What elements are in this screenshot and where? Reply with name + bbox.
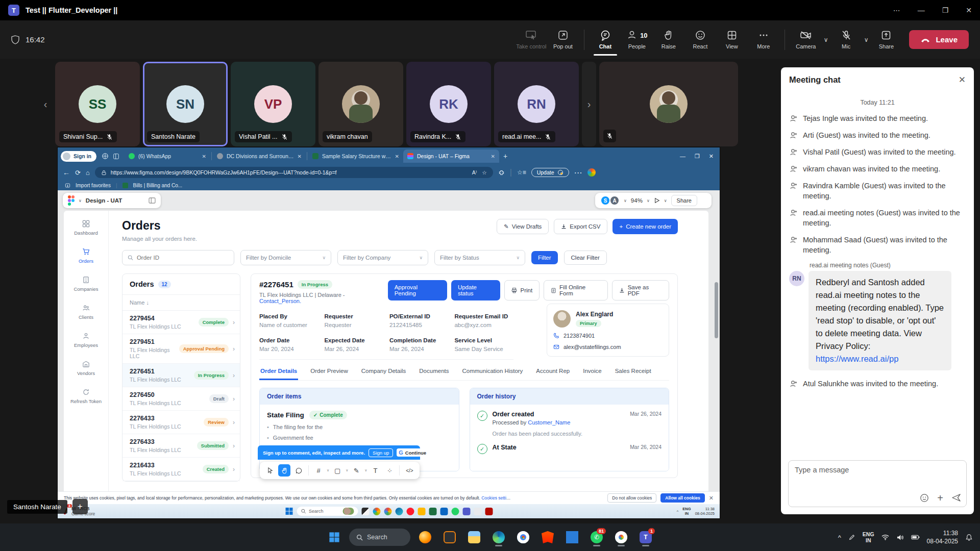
folder-icon[interactable] (418, 508, 425, 515)
wifi-icon[interactable] (881, 534, 889, 540)
volume-icon[interactable] (896, 534, 904, 541)
sidebar-item-clients[interactable]: Clients (79, 304, 93, 320)
whatsapp-icon[interactable]: ✆ 81 (587, 528, 606, 547)
clear-filter-button[interactable]: Clear Filter (564, 251, 607, 265)
new-tab-icon[interactable]: + (503, 152, 507, 160)
figma-doc-title[interactable]: Design - UAT (86, 197, 122, 204)
home-icon[interactable]: ⌂ (86, 169, 90, 177)
dev-mode-icon[interactable]: </> (403, 464, 415, 477)
tab-sales-receipt[interactable]: Sales Receipt (614, 368, 652, 380)
teams-icon[interactable]: T 1 (636, 528, 655, 547)
figma-logo-icon[interactable] (68, 195, 75, 206)
favorite-star-icon[interactable]: ☆ (482, 169, 486, 176)
bookmark-bills[interactable]: Bills | Billing and Co... (133, 183, 183, 188)
frame-tool-icon[interactable]: # (312, 464, 325, 477)
camera-button[interactable]: Camera (790, 30, 822, 49)
video-tile[interactable] (599, 62, 738, 146)
whatsapp-icon[interactable] (451, 508, 459, 515)
read-aloud-icon[interactable]: A⁾ (472, 169, 477, 176)
vscode-icon[interactable] (562, 528, 582, 547)
chat-message[interactable]: RN Redberyl and Santosh added read.ai me… (789, 271, 966, 370)
chrome-icon[interactable] (513, 528, 533, 547)
file-explorer-icon[interactable] (464, 528, 484, 547)
sidebar-item-orders[interactable]: Orders (79, 248, 93, 264)
pen-tray-icon[interactable] (848, 534, 855, 541)
camera-options-chevron-icon[interactable]: ∨ (824, 36, 828, 43)
chevron-down-icon[interactable]: ∨ (364, 468, 367, 472)
update-button[interactable]: Update (531, 168, 569, 177)
outlook-icon[interactable] (440, 508, 448, 515)
notification-bell-icon[interactable] (965, 534, 973, 541)
url-bar[interactable]: https://www.figma.com/design/9BKQ0FOHRWa… (95, 167, 493, 178)
window-close-icon[interactable]: ✕ (966, 6, 972, 14)
chat-button[interactable]: Chat (590, 30, 621, 49)
gmail-chrome-icon[interactable] (611, 528, 631, 547)
attach-plus-icon[interactable]: + (937, 493, 943, 503)
shared-search-box[interactable]: Search (297, 507, 358, 516)
vlc-icon[interactable] (440, 528, 459, 547)
teams-icon[interactable] (462, 508, 470, 515)
tray-chevron-icon[interactable]: ^ (677, 509, 679, 514)
text-tool-icon[interactable]: T (369, 464, 381, 477)
cookies-settings-link[interactable]: Cookies settings (481, 495, 513, 500)
cookie-close-icon[interactable]: ✕ (709, 495, 714, 502)
signup-button[interactable]: Sign up (369, 448, 393, 457)
language-indicator[interactable]: ENGIN (863, 531, 874, 543)
video-tile[interactable]: SS Shivani Sup... (55, 62, 140, 146)
video-tile[interactable]: vikram chavan (318, 62, 403, 146)
pen-tool-icon[interactable]: ✎ (350, 464, 362, 477)
task-view-icon[interactable] (361, 508, 369, 515)
create-new-order-button[interactable]: +Create new order (612, 219, 678, 234)
figma-share-button[interactable]: Share (671, 195, 697, 206)
excel-icon[interactable] (429, 508, 436, 515)
filter-company-select[interactable]: Filter by Company∨ (337, 250, 428, 265)
browser-maximize-icon[interactable]: ❐ (695, 153, 700, 160)
refresh-icon[interactable]: ⟳ (75, 169, 81, 177)
tab-company-details[interactable]: Company Details (360, 368, 407, 380)
shape-tool-icon[interactable]: ▢ (331, 464, 344, 477)
start-icon[interactable] (285, 507, 293, 515)
extensions-icon[interactable] (498, 169, 505, 176)
browser-tab[interactable]: DC Divisions and Surroundings ✕ (213, 149, 306, 163)
collaborator-avatar[interactable]: S (600, 195, 610, 206)
print-button[interactable]: Print (504, 280, 540, 300)
orders-column-header[interactable]: Name ↓ (122, 295, 240, 311)
copilot-icon[interactable] (373, 508, 380, 515)
fill-online-form-button[interactable]: Fill Online Form (544, 280, 608, 300)
sidebar-item-vendors[interactable]: Vendors (77, 360, 95, 376)
order-list-item[interactable]: 2216433TL Flex Holdings LLC Created› (122, 458, 240, 481)
firefox-icon[interactable] (415, 528, 435, 547)
chat-input-box[interactable]: + (788, 460, 967, 507)
hand-tool-icon[interactable] (278, 464, 290, 477)
tab-invoice[interactable]: Invoice (582, 368, 602, 380)
browser-tab[interactable]: Sample Salary Structure with calc ✕ (308, 149, 403, 163)
react-button[interactable]: React (684, 30, 716, 49)
chevron-down-icon[interactable]: ∨ (664, 198, 667, 203)
chrome-icon[interactable] (384, 508, 391, 515)
battery-icon[interactable] (911, 535, 920, 540)
share-button[interactable]: Share (870, 30, 902, 49)
mic-options-chevron-icon[interactable]: ∨ (864, 36, 869, 43)
chat-message-input[interactable] (795, 466, 937, 474)
page-scrollbar[interactable] (715, 282, 718, 338)
sidebar-item-employees[interactable]: Employees (74, 332, 98, 348)
order-list-item[interactable]: 2279451TL Flex Holdings LLC Approval Pen… (122, 334, 240, 364)
chevron-down-icon[interactable]: ∨ (647, 198, 650, 203)
order-list-item-selected[interactable]: 2276451TL Flex Holdings LLC In Progress› (122, 364, 240, 387)
order-list-item[interactable]: 2276433TL Flex Holdings LLC Review› (122, 411, 240, 434)
filter-domicile-select[interactable]: Filter by Domicile∨ (240, 250, 331, 265)
mic-button[interactable]: Mic (830, 30, 862, 49)
customer-name-link[interactable]: Customer_Name (528, 419, 570, 425)
browser-tab-active[interactable]: Design - UAT – Figma ✕ (403, 149, 499, 163)
start-button[interactable] (325, 528, 344, 547)
tiles-prev-icon[interactable]: ‹ (39, 89, 52, 119)
tab-order-preview[interactable]: Order Preview (309, 368, 349, 380)
send-icon[interactable] (951, 493, 961, 503)
order-list-item[interactable]: 2279454TL Flex Holdings LLC Complete› (122, 311, 240, 334)
contact-person-link[interactable]: Contact_Person. (259, 298, 301, 304)
layout-panel-icon[interactable] (149, 197, 156, 204)
tab-documents[interactable]: Documents (418, 368, 450, 380)
chat-message-list[interactable]: Today 11:21 Tejas Ingle was invited to t… (781, 92, 974, 455)
browser-more-icon[interactable]: ⋯ (574, 168, 582, 178)
privacy-policy-link[interactable]: https://www.read.ai/pp (816, 354, 898, 363)
